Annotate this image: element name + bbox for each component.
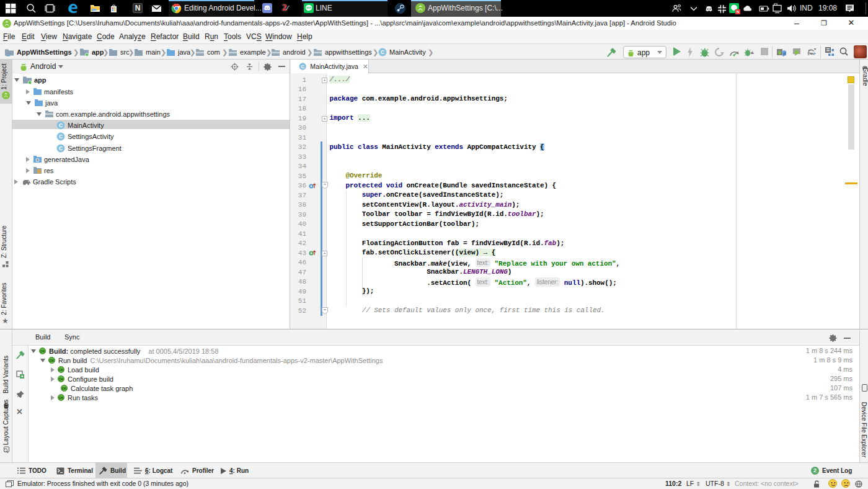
svg-text:C: C	[301, 64, 304, 70]
svg-text:C: C	[59, 145, 63, 151]
svg-text:C: C	[59, 133, 63, 140]
svg-text:C: C	[381, 49, 384, 55]
svg-text:C: C	[59, 122, 63, 128]
